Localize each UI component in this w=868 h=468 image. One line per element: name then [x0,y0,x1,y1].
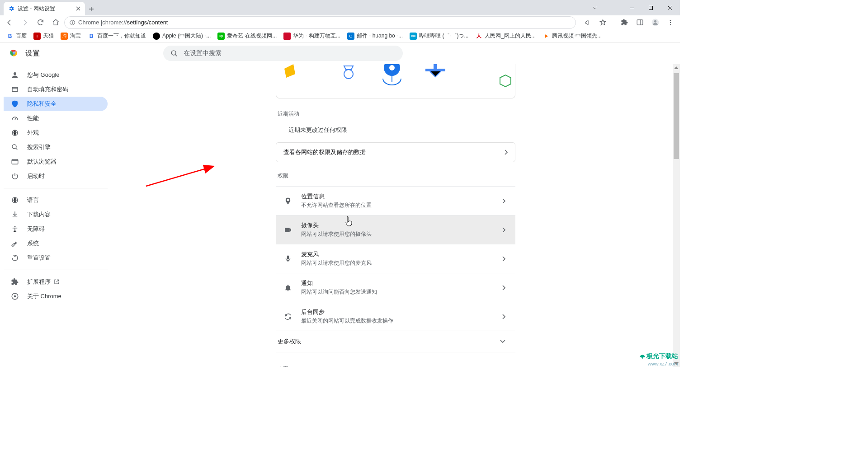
section-permissions-label: 权限 [278,171,514,180]
camera-icon [284,226,293,234]
url-scheme: chrome:// [102,19,127,26]
bookmark-item[interactable]: iqi爱奇艺-在线视频网... [215,31,279,41]
view-all-sites-row[interactable]: 查看各网站的权限及储存的数据 [276,142,515,162]
svg-rect-24 [425,69,445,71]
new-tab-button[interactable] [85,3,98,15]
close-window-button[interactable] [660,1,679,14]
puzzle-icon [11,278,20,286]
svg-point-21 [344,70,353,79]
perm-camera[interactable]: 摄像头网站可以请求使用您的摄像头 [276,215,515,244]
scrollbar-track[interactable] [673,64,680,367]
chrome-icon [11,292,20,300]
sidebar-item-language[interactable]: 语言 [4,193,108,207]
more-permissions-row[interactable]: 更多权限 [276,331,515,352]
home-button[interactable] [49,16,62,29]
bell-icon [284,284,293,292]
svg-point-11 [13,52,15,54]
autofill-icon [11,85,20,94]
reload-button[interactable] [33,16,47,29]
search-icon [11,143,20,151]
main-area: 您与 Google 自动填充和密码 隐私和安全 性能 外观 搜索引擎 默认浏览器… [0,64,680,367]
divider [4,270,108,270]
perm-background-sync[interactable]: 后台同步最近关闭的网站可以完成数据收发操作 [276,302,515,331]
perm-microphone[interactable]: 麦克风网站可以请求使用您的麦克风 [276,244,515,273]
address-bar[interactable]: Chrome | chrome:// settings/content [64,16,576,29]
chrome-logo-icon [9,48,19,58]
side-panel-icon[interactable] [633,16,646,29]
svg-point-18 [14,226,16,227]
sidebar-item-appearance[interactable]: 外观 [4,126,108,140]
bookmark-item[interactable]: O邮件 - huang bo -... [344,31,406,41]
minimize-button[interactable] [622,1,641,14]
settings-search-input[interactable]: 在设置中搜索 [163,46,403,61]
content-pane[interactable]: 近期活动 近期未更改过任何权限 查看各网站的权限及储存的数据 权限 位置信息不允… [111,64,680,367]
bookmark-item[interactable]: Apple (中国大陆) -... [150,31,213,41]
settings-header: 设置 在设置中搜索 [0,42,680,64]
bookmark-item[interactable]: 腾讯视频-中国领先... [540,31,604,41]
microphone-icon [284,255,293,263]
sidebar-item-autofill[interactable]: 自动填充和密码 [4,82,108,97]
sidebar-item-privacy[interactable]: 隐私和安全 [4,97,108,111]
perm-location[interactable]: 位置信息不允许网站查看您所在的位置 [276,186,515,215]
bookmark-item[interactable]: B百度 [4,31,29,41]
profile-icon[interactable] [648,16,662,29]
download-icon [11,211,20,219]
site-info-icon[interactable] [69,19,75,26]
settings-gear-icon [8,5,14,12]
window-titlebar: 设置 - 网站设置 [0,0,680,15]
sidebar-item-about[interactable]: 关于 Chrome [4,289,108,304]
sidebar: 您与 Google 自动填充和密码 隐私和安全 性能 外观 搜索引擎 默认浏览器… [0,64,111,367]
chevron-right-icon [502,256,505,262]
sidebar-item-search-engine[interactable]: 搜索引擎 [4,140,108,154]
window-controls [586,0,680,15]
sidebar-item-performance[interactable]: 性能 [4,111,108,126]
close-tab-icon[interactable] [75,5,81,12]
sidebar-item-reset[interactable]: 重置设置 [4,251,108,265]
svg-marker-26 [500,75,511,87]
sidebar-item-system[interactable]: 系统 [4,236,108,251]
scrollbar-thumb[interactable] [674,73,679,159]
bookmark-item[interactable]: bili哔哩哔哩 (゜-゜)つ... [407,31,471,41]
bookmark-item[interactable]: 淘淘宝 [58,31,84,41]
scroll-up-icon[interactable] [674,64,679,71]
bookmark-item[interactable]: T天猫 [31,31,57,41]
sidebar-item-you-google[interactable]: 您与 Google [4,68,108,82]
svg-rect-25 [434,64,437,69]
sidebar-item-startup[interactable]: 启动时 [4,169,108,183]
url-path: settings/content [127,19,168,26]
tab-dropdown-icon[interactable] [586,5,604,10]
svg-rect-0 [649,6,652,9]
svg-point-7 [670,24,671,25]
section-content-label: 内容 [278,364,514,367]
chevron-right-icon [502,314,505,319]
browser-tab[interactable]: 设置 - 网站设置 [4,2,85,15]
divider [4,188,108,188]
external-link-icon [53,279,60,285]
chevron-down-icon [500,340,505,343]
extensions-icon[interactable] [618,16,631,29]
speedometer-icon [11,114,20,122]
palette-icon [11,129,20,137]
forward-button[interactable] [18,16,32,29]
perm-notifications[interactable]: 通知网站可以询问能否向您发送通知 [276,273,515,302]
maximize-button[interactable] [641,1,660,14]
section-recent-label: 近期活动 [278,109,514,118]
svg-point-4 [654,20,656,23]
browser-icon [11,158,20,166]
page-title: 设置 [25,49,40,58]
svg-rect-16 [12,159,18,164]
chevron-right-icon [502,285,505,290]
sidebar-item-default-browser[interactable]: 默认浏览器 [4,154,108,169]
sidebar-item-accessibility[interactable]: 无障碍 [4,222,108,236]
menu-dots-icon[interactable] [664,16,677,29]
back-button[interactable] [3,16,16,29]
svg-point-6 [670,22,671,23]
sidebar-item-downloads[interactable]: 下载内容 [4,207,108,222]
bookmark-item[interactable]: 华为 - 构建万物互... [281,31,343,41]
bookmark-star-icon[interactable] [596,16,609,29]
bookmark-item[interactable]: B百度一下，你就知道 [85,31,149,41]
sidebar-item-extensions[interactable]: 扩展程序 [4,275,108,289]
share-icon[interactable] [580,16,594,29]
accessibility-icon [11,225,20,233]
bookmark-item[interactable]: 人人民网_网上的人民... [472,31,538,41]
